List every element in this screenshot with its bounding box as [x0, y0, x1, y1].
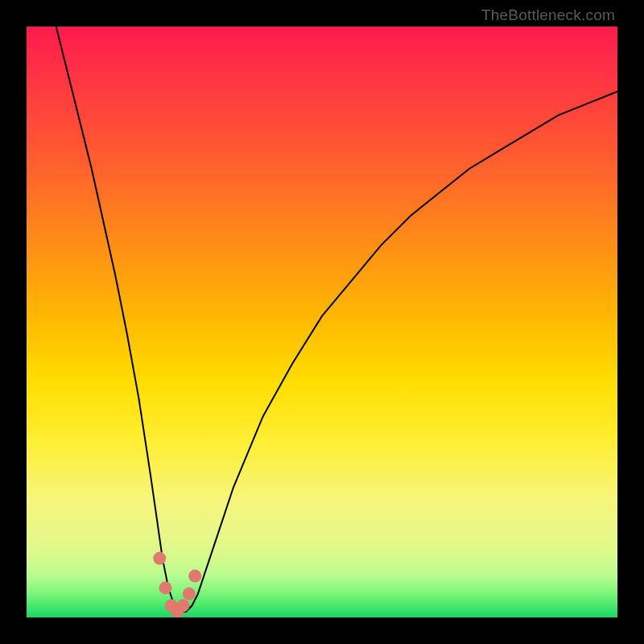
watermark-label: TheBottleneck.com	[481, 6, 615, 24]
plot-area	[27, 27, 617, 617]
chart-root: TheBottleneck.com	[0, 0, 644, 644]
